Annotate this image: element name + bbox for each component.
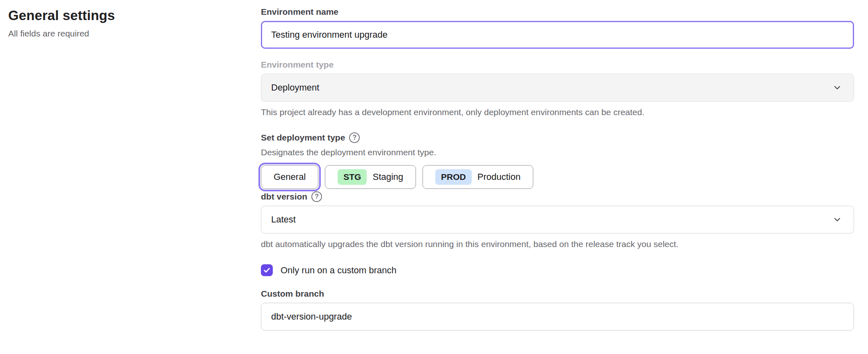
help-icon[interactable]: ? [349,132,360,143]
staging-badge: STG [338,169,367,185]
page-title: General settings [8,7,261,25]
environment-name-label-text: Environment name [261,7,338,17]
deployment-type-staging-label: Staging [372,172,403,182]
settings-header-panel: General settings All fields are required [0,0,261,354]
deployment-type-label: Set deployment type ? [261,132,854,143]
deployment-type-options: General STG Staging PROD Production [261,165,854,189]
environment-settings-form: Environment name Environment type Deploy… [261,0,854,354]
environment-name-input[interactable] [261,21,854,49]
dbt-version-selected-value: Latest [271,214,296,225]
dbt-version-label: dbt version ? [261,191,854,202]
dbt-version-label-text: dbt version [261,191,307,202]
deployment-type-general-button[interactable]: General [261,165,318,189]
dbt-version-helper: dbt automatically upgrades the dbt versi… [261,238,854,250]
deployment-type-staging-button[interactable]: STG Staging [325,165,416,189]
help-icon[interactable]: ? [311,191,322,202]
production-badge: PROD [435,169,472,185]
environment-type-label-text: Environment type [261,59,333,70]
deployment-type-label-text: Set deployment type [261,132,345,143]
deployment-type-helper: Designates the deployment environment ty… [261,147,854,158]
environment-type-helper: This project already has a development e… [261,107,854,118]
custom-branch-input[interactable] [261,303,854,331]
custom-branch-label: Custom branch [261,288,854,299]
custom-branch-checkbox[interactable] [261,264,273,276]
custom-branch-checkbox-row: Only run on a custom branch [261,264,854,276]
dbt-version-select[interactable]: Latest [261,206,854,234]
environment-type-selected-value: Deployment [271,82,319,93]
environment-type-select: Deployment [261,74,854,102]
deployment-type-production-label: Production [477,172,521,182]
deployment-type-general-label: General [274,172,306,182]
environment-type-label: Environment type [261,59,854,70]
deployment-type-production-button[interactable]: PROD Production [423,165,533,189]
custom-branch-checkbox-label[interactable]: Only run on a custom branch [281,265,396,276]
checkmark-icon [263,266,271,274]
page-subtitle: All fields are required [8,28,261,39]
chevron-down-icon [832,215,842,225]
environment-name-label: Environment name [261,7,854,17]
custom-branch-label-text: Custom branch [261,288,324,299]
chevron-down-icon [832,83,842,93]
